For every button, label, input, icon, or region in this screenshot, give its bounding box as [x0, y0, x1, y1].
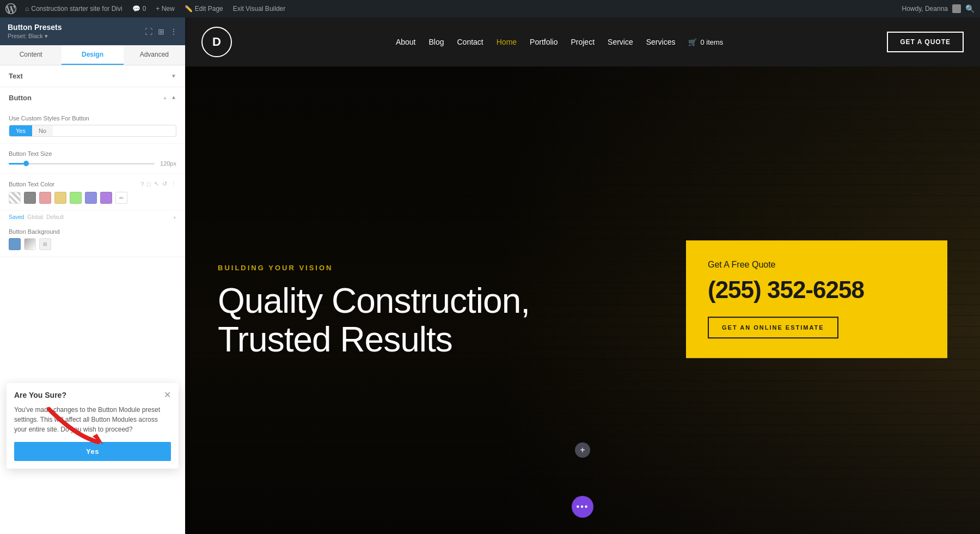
nav-menu: About Blog Contact Home Portfolio Projec…	[396, 38, 723, 46]
slider-value: 120px	[159, 160, 176, 167]
global-btn[interactable]: Global	[27, 214, 43, 221]
color-green[interactable]	[70, 192, 82, 204]
site-preview: D About Blog Contact Home Portfolio Proj…	[185, 17, 980, 534]
tab-content[interactable]: Content	[0, 45, 62, 65]
site-logo: D	[201, 27, 232, 57]
admin-bar-right: Howdy, Deanna 🔍	[902, 4, 975, 13]
panel-tabs: Content Design Advanced	[0, 45, 185, 65]
nav-blog[interactable]: Blog	[428, 38, 444, 46]
wordpress-logo-icon[interactable]	[5, 3, 16, 14]
fullscreen-icon[interactable]: ⛶	[145, 27, 152, 36]
dialog-close-button[interactable]: ✕	[164, 391, 171, 399]
section-text-header[interactable]: Text ▼	[0, 65, 185, 87]
hero-title: Quality Construction, Trusted Results	[218, 282, 599, 359]
color-gray[interactable]	[24, 192, 36, 204]
bg-label: Button Background	[9, 228, 176, 235]
custom-styles-field: Use Custom Styles For Button Yes No	[0, 108, 185, 144]
new-link[interactable]: + New	[152, 5, 177, 13]
add-color-icon[interactable]: +	[173, 214, 176, 221]
saved-global-row: Saved Global Default +	[0, 211, 185, 224]
yes-button[interactable]: Yes	[14, 442, 171, 461]
panel-header-icons: ⛶ ⊞ ⋮	[145, 27, 177, 36]
color-pen[interactable]: ✏	[115, 192, 127, 204]
left-panel: Button Presets Preset: Black ▾ ⛶ ⊞ ⋮ Con…	[0, 17, 185, 534]
bg-field: Button Background ⊞	[0, 224, 185, 257]
more-icon[interactable]: ⋮	[170, 27, 177, 36]
dialog-header: Are You Sure? ✕	[14, 391, 171, 399]
section-button-header[interactable]: Button + ▼	[0, 87, 185, 108]
section-text: Text ▼	[0, 65, 185, 87]
dots-icon: •••	[577, 502, 589, 512]
toggle-yes[interactable]: Yes	[9, 125, 32, 136]
columns-icon[interactable]: ⊞	[158, 27, 164, 36]
hero-eyebrow: BUILDING YOUR VISION	[218, 264, 599, 272]
saved-btn[interactable]: Saved	[9, 214, 24, 221]
nav-service[interactable]: Service	[608, 38, 633, 46]
add-icon[interactable]: +	[163, 95, 167, 101]
text-size-field: Button Text Size 120px	[0, 144, 185, 174]
nav-about[interactable]: About	[396, 38, 416, 46]
slider-fill	[9, 163, 23, 165]
nav-services[interactable]: Services	[646, 38, 676, 46]
howdy-text: Howdy, Deanna	[902, 5, 948, 13]
add-row-button[interactable]: +	[575, 442, 590, 458]
dialog-title: Are You Sure?	[14, 391, 66, 399]
panel-title: Button Presets	[8, 23, 62, 32]
dialog-body: You've made changes to the Button Module…	[14, 405, 171, 434]
section-text-arrow: ▼	[171, 73, 176, 79]
reset-icon[interactable]: ↺	[162, 180, 167, 187]
color-swatches: ✏	[9, 192, 176, 204]
panel-header: Button Presets Preset: Black ▾ ⛶ ⊞ ⋮	[0, 17, 185, 45]
text-color-label: Button Text Color	[9, 181, 137, 187]
nav-contact[interactable]: Contact	[457, 38, 483, 46]
help-icon[interactable]: ?	[140, 181, 144, 187]
section-button: Button + ▼ Use Custom Styles For Button …	[0, 87, 185, 257]
nav-project[interactable]: Project	[571, 38, 595, 46]
color-yellow[interactable]	[54, 192, 66, 204]
pointer-icon[interactable]: ↖	[154, 180, 159, 187]
desktop-icon[interactable]: □	[147, 181, 151, 187]
comments-link[interactable]: 💬 0	[129, 5, 150, 13]
panel-subtitle: Preset: Black ▾	[8, 33, 62, 40]
bg-swatch-blue[interactable]	[9, 238, 21, 250]
custom-styles-label: Use Custom Styles For Button	[9, 115, 176, 122]
color-blue[interactable]	[85, 192, 97, 204]
search-icon[interactable]: 🔍	[965, 4, 975, 13]
admin-bar: ⌂ Construction starter site for Divi 💬 0…	[0, 0, 980, 17]
tab-advanced[interactable]: Advanced	[124, 45, 185, 65]
main-area: D About Blog Contact Home Portfolio Proj…	[185, 17, 980, 534]
nav-portfolio[interactable]: Portfolio	[530, 38, 558, 46]
section-button-arrow: ▼	[171, 95, 176, 101]
bg-gradient[interactable]	[24, 238, 36, 250]
exit-builder-link[interactable]: Exit Visual Builder	[230, 5, 289, 13]
text-size-slider[interactable]	[9, 163, 155, 165]
default-btn[interactable]: Default	[46, 214, 64, 221]
color-transparent[interactable]	[9, 192, 21, 204]
text-size-label: Button Text Size	[9, 150, 176, 157]
text-color-field: Button Text Color ? □ ↖ ↺ ⋮	[0, 174, 185, 211]
hero-content: BUILDING YOUR VISION Quality Constructio…	[218, 88, 980, 534]
are-you-sure-dialog: Are You Sure? ✕ You've made changes to t…	[7, 383, 179, 469]
site-name-link[interactable]: ⌂ Construction starter site for Divi	[22, 5, 126, 13]
edit-page-link[interactable]: ✏️ Edit Page	[181, 5, 226, 13]
nav-home[interactable]: Home	[497, 38, 517, 46]
color-pink[interactable]	[39, 192, 51, 204]
main-layout: Button Presets Preset: Black ▾ ⛶ ⊞ ⋮ Con…	[0, 0, 980, 534]
nav-quote-button[interactable]: GET A QUOTE	[887, 32, 964, 52]
bg-image[interactable]: ⊞	[39, 238, 51, 250]
custom-styles-toggle[interactable]: Yes No	[9, 125, 176, 137]
admin-avatar	[952, 4, 961, 13]
bottom-dots-button[interactable]: •••	[572, 496, 593, 518]
nav-cart[interactable]: 🛒 0 items	[688, 38, 723, 46]
site-nav: D About Blog Contact Home Portfolio Proj…	[185, 17, 980, 66]
color-purple[interactable]	[100, 192, 112, 204]
more-options-icon[interactable]: ⋮	[170, 180, 176, 187]
toggle-no[interactable]: No	[32, 125, 53, 136]
slider-thumb[interactable]	[23, 161, 29, 166]
tab-design[interactable]: Design	[62, 45, 123, 65]
